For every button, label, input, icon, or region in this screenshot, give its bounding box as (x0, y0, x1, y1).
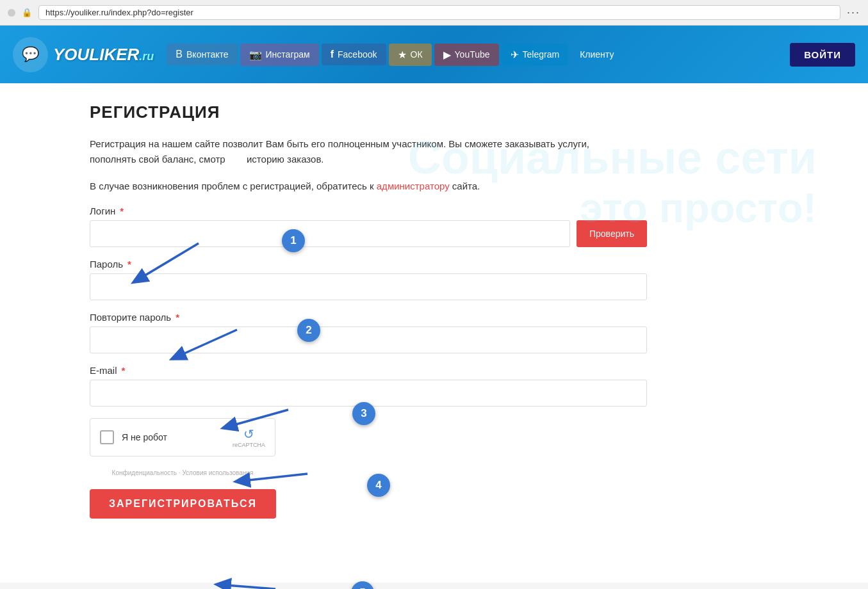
login-label: Логин * (90, 206, 647, 216)
nav-insta-label: Инстаграм (266, 49, 310, 60)
confirm-password-label: Повторите пароль * (90, 312, 647, 323)
captcha-logo: ↺ reCAPTCHA (233, 426, 265, 448)
confirm-password-input[interactable] (90, 327, 647, 353)
nav-vk-label: Вконтакте (186, 49, 229, 60)
captcha-wrapper: Я не робот ↺ reCAPTCHA Конфиденциальност… (90, 418, 647, 476)
url-bar[interactable]: https://youliker.ru/index.php?do=registe… (38, 5, 840, 20)
nav-youtube[interactable]: ▶ YouTube (434, 44, 499, 66)
nav-vkontakte[interactable]: В Вконтакте (167, 44, 237, 65)
password-field-group: Пароль * (90, 259, 647, 300)
main-content: Социальные сети это просто! РЕГИСТРАЦИЯ … (0, 83, 868, 583)
captcha-privacy: Конфиденциальность · Условия использован… (90, 469, 275, 476)
email-input[interactable] (90, 380, 647, 407)
svg-line-5 (218, 585, 275, 589)
facebook-icon: f (331, 49, 334, 60)
description-2: В случае возникновения проблем с регистр… (90, 179, 602, 194)
description-1: Регистрация на нашем сайте позволит Вам … (90, 136, 602, 167)
captcha-checkbox[interactable] (100, 430, 114, 444)
nav-client[interactable]: Клиенту (571, 44, 623, 65)
vk-icon: В (176, 49, 183, 60)
recaptcha-icon: ↺ (243, 426, 254, 442)
security-icon: 🔒 (22, 8, 32, 17)
ok-icon: ★ (398, 49, 407, 61)
telegram-icon: ✈ (511, 49, 519, 61)
email-label: E-mail * (90, 365, 647, 376)
step-5-bubble: 5 (351, 581, 374, 589)
registration-form-section: РЕГИСТРАЦИЯ Регистрация на нашем сайте п… (90, 102, 647, 563)
youtube-icon: ▶ (443, 49, 451, 61)
nav-ok-label: ОК (411, 49, 423, 60)
register-button[interactable]: ЗАРЕГИСТРИРОВАТЬСЯ (90, 489, 276, 519)
login-required: * (120, 206, 124, 216)
logo-icon: 💬 (13, 37, 48, 72)
more-options[interactable]: ··· (847, 6, 860, 19)
confirm-password-field-group: Повторите пароль * (90, 312, 647, 353)
site-header: 💬 YOULIKER.ru В Вконтакте 📷 Инстаграм f … (0, 26, 868, 83)
admin-link[interactable]: администратору (377, 181, 450, 191)
email-required: * (122, 365, 126, 376)
email-field-group: E-mail * (90, 365, 647, 407)
url-text: https://youliker.ru/index.php?do=registe… (45, 8, 193, 17)
captcha-label: Я не робот (122, 432, 225, 442)
login-field-row: Проверить (90, 220, 647, 247)
login-input[interactable] (90, 220, 570, 247)
nav-facebook[interactable]: f Facebook (322, 44, 386, 65)
logo-text: YOULIKER.ru (53, 45, 154, 65)
password-required: * (127, 259, 131, 270)
password-field-row (90, 273, 647, 300)
browser-dot (8, 9, 15, 17)
nav-instagram[interactable]: 📷 Инстаграм (240, 44, 319, 66)
nav-client-label: Клиенту (580, 49, 614, 60)
recaptcha-brand: reCAPTCHA (233, 442, 265, 448)
nav-ok[interactable]: ★ ОК (389, 44, 432, 66)
password-input[interactable] (90, 273, 647, 300)
password-label: Пароль * (90, 259, 647, 270)
captcha-box[interactable]: Я не робот ↺ reCAPTCHA (90, 418, 275, 456)
nav-items: В Вконтакте 📷 Инстаграм f Facebook ★ ОК … (167, 44, 790, 66)
browser-controls (8, 9, 15, 17)
instagram-icon: 📷 (249, 49, 262, 61)
logo[interactable]: 💬 YOULIKER.ru (13, 37, 154, 72)
nav-fb-label: Facebook (338, 49, 377, 60)
browser-bar: 🔒 https://youliker.ru/index.php?do=regis… (0, 0, 868, 26)
nav-yt-label: YouTube (455, 49, 490, 60)
check-button[interactable]: Проверить (577, 220, 647, 247)
login-field-group: Логин * Проверить (90, 206, 647, 247)
nav-tg-label: Telegram (523, 49, 560, 60)
confirm-password-field-row (90, 327, 647, 353)
email-field-row (90, 380, 647, 407)
nav-telegram[interactable]: ✈ Telegram (502, 44, 569, 66)
page-title: РЕГИСТРАЦИЯ (90, 102, 647, 122)
login-button[interactable]: ВОЙТИ (790, 43, 855, 67)
confirm-required: * (176, 312, 179, 323)
